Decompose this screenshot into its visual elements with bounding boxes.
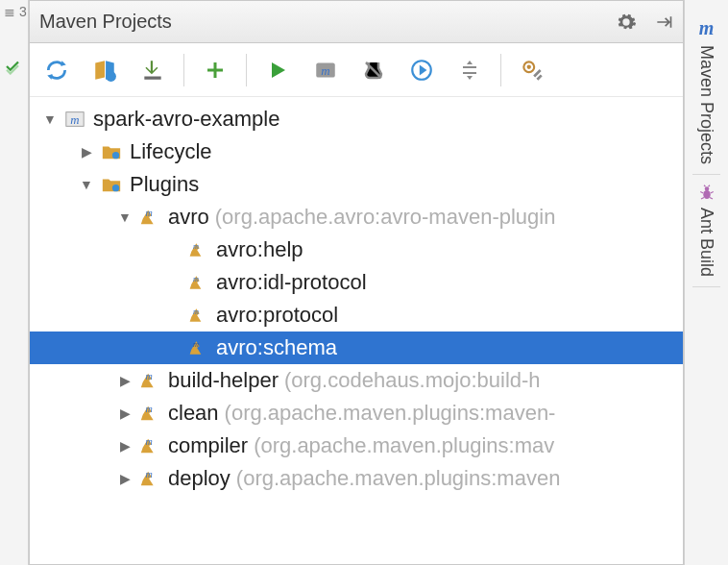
tree-plugin-avro[interactable]: ▼ m avro (org.apache.avro:avro-maven-plu… [30,201,683,233]
settings-button[interactable] [513,51,551,89]
separator [500,54,501,86]
download-button[interactable] [133,51,172,89]
tree-label: deploy [168,466,231,491]
right-dock: m Maven Projects Ant Build [684,0,728,565]
tree-plugin[interactable]: ▶ m deploy (org.apache.maven.plugins:mav… [30,462,683,495]
svg-text:m: m [193,340,199,349]
svg-text:m: m [70,113,79,127]
separator [246,54,247,86]
svg-text:m: m [145,371,152,381]
gear-icon[interactable] [616,12,637,33]
chevron-right-icon[interactable]: ▶ [116,373,133,388]
add-button[interactable] [196,51,234,89]
maven-module-icon: m [62,107,87,132]
chevron-down-icon[interactable]: ▼ [41,111,59,127]
hide-icon[interactable] [654,12,673,32]
svg-text:m: m [145,469,152,479]
ant-icon [698,184,716,202]
panel-title: Maven Projects [39,11,616,33]
svg-text:m: m [321,63,329,78]
tree-goal-selected[interactable]: m avro:schema [30,332,683,364]
run-button[interactable] [258,51,297,89]
line-marker: ≣ 3 [4,4,27,19]
check-icon [4,58,21,75]
tree-label: avro:help [216,237,303,262]
panel-title-bar: Maven Projects [30,1,683,43]
tree-plugins[interactable]: ▼ Plugins [30,168,683,201]
dock-tab-label: Maven Projects [696,45,716,164]
plugin-icon: m [137,466,162,491]
tree-label: avro:idl-protocol [216,270,367,295]
toolbar: m [30,43,683,97]
folder-gear-icon [99,172,124,197]
skip-tests-button[interactable] [354,51,393,89]
tree-label: avro:schema [216,335,337,360]
tree-label: clean [168,401,219,426]
plugin-icon: m [137,205,162,230]
tree-label: compiler [168,433,248,458]
chevron-right-icon[interactable]: ▶ [78,144,95,160]
editor-gutter: ≣ 3 [0,0,29,565]
tree-goal[interactable]: m avro:protocol [30,299,683,332]
separator [183,54,184,86]
svg-rect-1 [144,76,160,79]
svg-text:m: m [193,307,199,316]
chevron-down-icon[interactable]: ▼ [78,177,95,192]
svg-text:m: m [145,404,152,414]
run-config-button[interactable]: m [306,51,345,89]
plugin-icon: m [137,368,162,393]
tree-suffix: (org.apache.maven.plugins:mav [254,433,554,458]
tree-label: Lifecycle [130,139,212,164]
tree-plugin[interactable]: ▶ m clean (org.apache.maven.plugins:mave… [30,397,683,430]
dock-tab-maven[interactable]: m Maven Projects [692,8,720,175]
tree-suffix: (org.apache.maven.plugins:maven [236,466,561,491]
tree-plugin[interactable]: ▶ m compiler (org.apache.maven.plugins:m… [30,430,683,462]
folder-gear-icon [99,139,124,164]
chevron-down-icon[interactable]: ▼ [116,209,133,225]
svg-text:m: m [145,436,152,447]
collapse-button[interactable] [450,51,489,89]
tree-lifecycle[interactable]: ▶ Lifecycle [30,135,683,168]
goal-icon: m [185,270,210,295]
svg-text:m: m [193,242,199,251]
svg-point-0 [106,71,116,82]
tree-label: avro:protocol [216,303,338,328]
tree-goal[interactable]: m avro:help [30,233,683,266]
generate-sources-button[interactable] [85,51,124,89]
tree-label: build-helper [168,368,279,393]
tree-label: Plugins [130,172,199,197]
tree-suffix: (org.codehaus.mojo:build-h [284,368,541,393]
goal-icon: m [185,303,210,328]
svg-text:m: m [193,275,199,283]
dock-tab-ant[interactable]: Ant Build [692,175,720,287]
tree-project-root[interactable]: ▼ m spark-avro-example [30,103,683,135]
dock-tab-label: Ant Build [696,208,716,277]
goal-icon: m [185,237,210,262]
tree-label: spark-avro-example [93,107,279,132]
svg-point-6 [527,64,531,68]
maven-m-icon: m [699,17,715,39]
tree-suffix: (org.apache.maven.plugins:maven- [225,401,556,426]
tree-suffix: (org.apache.avro:avro-maven-plugin [215,205,556,230]
chevron-right-icon[interactable]: ▶ [116,405,133,421]
plugin-icon: m [137,401,162,426]
project-tree[interactable]: ▼ m spark-avro-example ▶ Lifecycle ▼ Plu… [30,97,683,495]
maven-projects-panel: Maven Projects m [29,0,684,565]
chevron-right-icon[interactable]: ▶ [116,471,133,486]
svg-point-10 [112,184,119,191]
tree-goal[interactable]: m avro:idl-protocol [30,266,683,299]
svg-text:m: m [145,208,152,218]
tree-plugin[interactable]: ▶ m build-helper (org.codehaus.mojo:buil… [30,364,683,397]
offline-button[interactable] [402,51,441,89]
svg-point-20 [703,190,711,199]
plugin-icon: m [137,433,162,458]
svg-point-21 [704,186,709,191]
tree-label: avro [168,205,209,230]
goal-icon: m [185,335,210,360]
svg-point-9 [112,152,119,159]
refresh-button[interactable] [37,51,76,89]
chevron-right-icon[interactable]: ▶ [116,438,133,454]
